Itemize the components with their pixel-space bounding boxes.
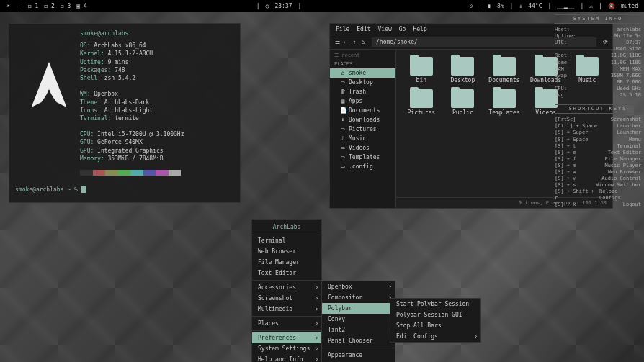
menu-web-browser[interactable]: Web Browser: [252, 246, 321, 257]
sysinfo-line: Packages: 748: [80, 66, 234, 74]
place-pictures[interactable]: ▭Pictures: [330, 125, 395, 134]
sysinfo-line: OS: ArchLabs x86_64: [80, 42, 234, 50]
folder-label: Templates: [488, 109, 519, 116]
menu-conky[interactable]: Conky: [322, 314, 395, 325]
folder-public[interactable]: Public: [445, 89, 481, 116]
menu-start-polybar-session[interactable]: Start Polybar Session: [390, 299, 480, 309]
conky-row: Swap350M 7.66G: [555, 73, 641, 79]
workspace-1[interactable]: ◻ 1: [27, 3, 40, 9]
tray-icon[interactable]: ⎋: [469, 3, 473, 9]
folder-icon: [410, 57, 433, 76]
folder-icon: [451, 89, 474, 108]
place-templates[interactable]: ▭Templates: [330, 153, 395, 162]
menu-edit-configs[interactable]: Edit Configs: [390, 331, 480, 342]
divider: |: [547, 3, 551, 9]
folder-documents[interactable]: Documents: [486, 57, 522, 83]
menu-system-settings[interactable]: System Settings: [252, 343, 321, 354]
shortcut-row: [PrtSc]Screenshot: [555, 117, 641, 123]
menu-panel-chooser[interactable]: Panel Chooser: [322, 335, 395, 346]
back-icon[interactable]: ←: [343, 39, 349, 45]
folder-icon: [493, 89, 516, 108]
audio-label[interactable]: muted: [621, 3, 638, 9]
up-icon[interactable]: ↑: [352, 39, 357, 45]
menu-file-manager[interactable]: File Manager: [252, 257, 321, 268]
place-apps[interactable]: ▦Apps: [330, 96, 395, 106]
recent-label: ☰ recent: [330, 51, 395, 60]
sysinfo-line: Memory: 353MiB / 7848MiB: [80, 155, 234, 163]
conky-row: Uptime:0h 12m 3s: [555, 33, 641, 40]
menu-help-and-info[interactable]: Help and Info: [252, 354, 321, 362]
menu-accessories[interactable]: Accessories: [252, 282, 321, 293]
preferences-submenu: OpenboxCompositorPolybarConkyTint2Panel …: [321, 281, 395, 362]
place-desktop[interactable]: ▭Desktop: [330, 78, 395, 87]
place-downloads[interactable]: ⬇Downloads: [330, 115, 395, 125]
folder-icon: [535, 57, 558, 76]
launcher-icon[interactable]: ➤: [6, 3, 12, 9]
shortcut-row: [S] + sWindow Switcher: [555, 182, 641, 189]
folder-templates[interactable]: Templates: [486, 89, 522, 116]
shortcut-row: [S] + wWeb Browser: [555, 169, 641, 176]
divider: |: [298, 3, 302, 9]
places-header: PLACES: [330, 60, 395, 68]
menu-preferences[interactable]: Preferences: [252, 332, 321, 343]
battery-icon: ▮: [488, 3, 491, 9]
workspace-2[interactable]: ◻ 2: [43, 3, 55, 9]
shortcut-row: [S] + SpaceMenu: [555, 137, 641, 143]
fm-menu-view[interactable]: View: [378, 26, 392, 32]
conky-system-info: SYSTEM INFO Host:archlabsUptime:0h 12m 3…: [555, 14, 641, 209]
place-smoke[interactable]: ⌂smoke: [330, 68, 395, 78]
conky-row: UTC:07:37: [555, 40, 641, 46]
workspace-3[interactable]: ◻ 3: [59, 3, 72, 9]
menu-tint2[interactable]: Tint2: [322, 325, 395, 335]
menu-polybar-session-gui[interactable]: Polybar Session GUI: [390, 309, 480, 320]
cpu-graph[interactable]: ▁▁▂▁▁: [557, 3, 574, 9]
folder-pictures[interactable]: Pictures: [403, 89, 439, 116]
battery-pct[interactable]: 8%: [497, 3, 504, 9]
menu-openbox[interactable]: Openbox: [322, 281, 395, 292]
home-icon[interactable]: ⌂: [360, 39, 366, 45]
fm-menu-help[interactable]: Help: [413, 26, 426, 32]
folder-label: Documents: [488, 77, 519, 83]
conky-sys-header: SYSTEM INFO: [555, 14, 641, 24]
place-trash[interactable]: 🗑Trash: [330, 87, 395, 96]
polybar-submenu: Start Polybar SessionPolybar Session GUI…: [390, 298, 481, 343]
folder-icon: [493, 57, 516, 76]
folder-icon: [451, 57, 474, 76]
place-.config[interactable]: ▭.config: [330, 162, 395, 171]
menu-compositor[interactable]: Compositor: [322, 292, 395, 303]
audio-icon[interactable]: 🔇: [608, 3, 615, 9]
conky-row: Used Size: [555, 46, 641, 53]
sysinfo-line: CPU: Intel i5-7200U @ 3.100GHz: [80, 130, 234, 138]
terminal-window[interactable]: smoke@archlabs OS: ArchLabs x86_64Kernel…: [9, 23, 241, 203]
conky-keys-header: SHORTCUT KEYS: [555, 104, 641, 114]
fm-menu-file[interactable]: File: [336, 26, 349, 32]
menu-icon[interactable]: ☰: [334, 39, 340, 45]
menu-stop-all-bars[interactable]: Stop All Bars: [390, 320, 480, 331]
folder-label: bin: [416, 77, 426, 83]
shortcut-row: [Ctrl] + SpaceLauncher: [555, 123, 641, 130]
temperature[interactable]: 44°C: [528, 3, 542, 9]
sysinfo-line: GPU: GeForce 940MX: [80, 138, 234, 146]
divider: |: [17, 3, 21, 9]
menu-terminal[interactable]: Terminal: [252, 235, 321, 246]
menu-polybar[interactable]: Polybar: [322, 303, 395, 314]
workspace-4[interactable]: ▣ 4: [75, 3, 88, 9]
place-videos[interactable]: ▭Videos: [330, 143, 395, 153]
place-documents[interactable]: 📄Documents: [330, 106, 395, 115]
clock[interactable]: 23:37: [274, 3, 292, 9]
shortcut-row: [S] + vAudio Control: [555, 176, 641, 182]
terminal-prompt[interactable]: smoke@archlabs ~ %: [15, 186, 86, 194]
workspace-switcher: ◻ 1 ◻ 2 ◻ 3 ▣ 4: [27, 3, 89, 9]
wifi-icon[interactable]: ⚠: [589, 3, 593, 9]
menu-appearance[interactable]: Appearance: [322, 350, 395, 361]
place-music[interactable]: ♪Music: [330, 134, 395, 143]
menu-screenshot[interactable]: Screenshot: [252, 293, 321, 304]
conky-row: CPU:Used GHz: [555, 86, 641, 92]
fm-menu-edit[interactable]: Edit: [357, 26, 370, 32]
menu-multimedia[interactable]: Multimedia: [252, 304, 321, 315]
folder-desktop[interactable]: Desktop: [445, 57, 481, 83]
fm-menu-go[interactable]: Go: [399, 26, 406, 32]
menu-places[interactable]: Places: [252, 318, 321, 329]
menu-text-editor[interactable]: Text Editor: [252, 268, 321, 279]
folder-bin[interactable]: bin: [403, 57, 439, 83]
